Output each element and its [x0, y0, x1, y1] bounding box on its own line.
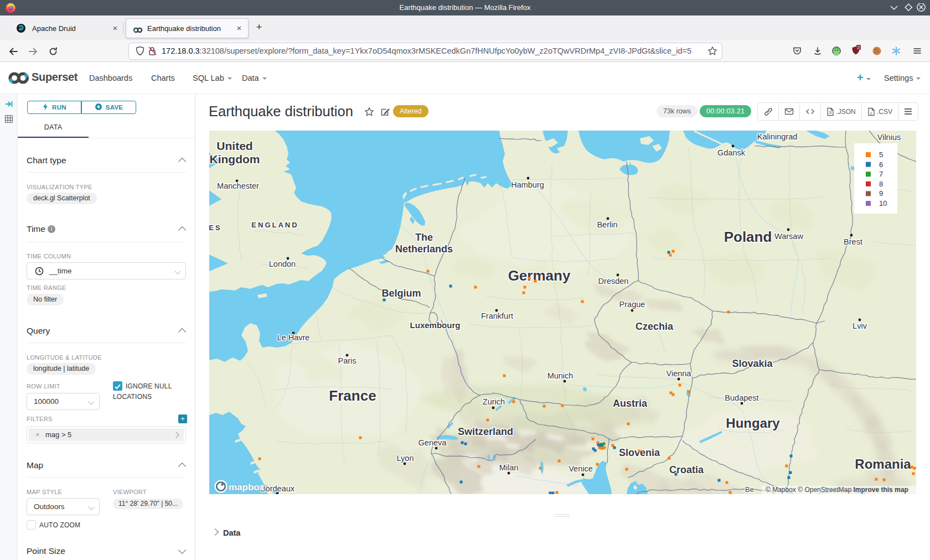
svg-text:France: France [329, 387, 376, 404]
svg-text:Munich: Munich [547, 371, 574, 380]
svg-text:Geneva: Geneva [418, 438, 447, 447]
svg-text:Austria: Austria [613, 398, 648, 409]
svg-text:Poland: Poland [724, 229, 772, 245]
svg-text:Budapest: Budapest [725, 393, 758, 402]
svg-text:Hamburg: Hamburg [511, 180, 544, 189]
svg-text:Kaliningrad: Kaliningrad [757, 132, 798, 141]
svg-text:8: 8 [879, 180, 883, 188]
svg-text:5: 5 [879, 151, 883, 159]
svg-text:2: 2 [857, 45, 860, 50]
svg-text:Switzerland: Switzerland [458, 426, 513, 437]
svg-text:Dresden: Dresden [598, 277, 629, 286]
svg-text:ENGLAND: ENGLAND [251, 221, 298, 229]
svg-text:Netherlands: Netherlands [395, 243, 453, 255]
svg-text:Be: Be [745, 485, 754, 494]
svg-text:Vilnius: Vilnius [877, 133, 901, 142]
svg-text:Lviv: Lviv [852, 322, 867, 330]
svg-text:Milan: Milan [499, 463, 519, 472]
svg-text:United: United [216, 139, 252, 152]
svg-text:Germany: Germany [508, 267, 571, 284]
svg-text:Luxembourg: Luxembourg [410, 320, 461, 330]
svg-text:Zurich: Zurich [483, 397, 505, 406]
svg-text:Croatia: Croatia [669, 464, 704, 475]
svg-text:WALES: WALES [209, 224, 222, 232]
svg-text:Warsaw: Warsaw [774, 232, 803, 241]
svg-text:Brest: Brest [844, 237, 862, 246]
svg-text:Le Havre: Le Havre [277, 333, 310, 342]
svg-text:Berlin: Berlin [597, 220, 617, 229]
svg-text:The: The [415, 232, 433, 243]
svg-text:Venice: Venice [569, 464, 593, 473]
svg-text:Slovenia: Slovenia [619, 447, 660, 458]
svg-text:6: 6 [879, 160, 883, 169]
svg-text:Romania: Romania [855, 457, 911, 471]
svg-text:Lyon: Lyon [397, 454, 414, 463]
svg-text:Bordeaux: Bordeaux [260, 484, 295, 493]
svg-text:Kingdom: Kingdom [210, 153, 260, 165]
svg-text:Vienna: Vienna [666, 369, 692, 378]
svg-text:© Mapbox © OpenStreetMap Impro: © Mapbox © OpenStreetMap Improve this ma… [766, 486, 908, 494]
svg-text:9: 9 [879, 189, 883, 198]
svg-text:mapbox: mapbox [229, 482, 265, 492]
svg-text:London: London [269, 260, 296, 268]
svg-text:Hungary: Hungary [726, 416, 780, 431]
svg-text:Paris: Paris [338, 356, 356, 365]
svg-text:x: x [870, 111, 872, 115]
svg-text:Slovakia: Slovakia [732, 358, 773, 369]
svg-text:Manchester: Manchester [217, 182, 259, 190]
svg-text:Frankfurt: Frankfurt [481, 312, 513, 320]
svg-text:Gdansk: Gdansk [717, 148, 746, 157]
svg-text:10: 10 [879, 199, 887, 208]
svg-text:7: 7 [879, 170, 883, 178]
svg-text:Belgium: Belgium [381, 288, 421, 299]
svg-text:Czechia: Czechia [636, 321, 674, 332]
svg-text:Prague: Prague [619, 300, 645, 309]
